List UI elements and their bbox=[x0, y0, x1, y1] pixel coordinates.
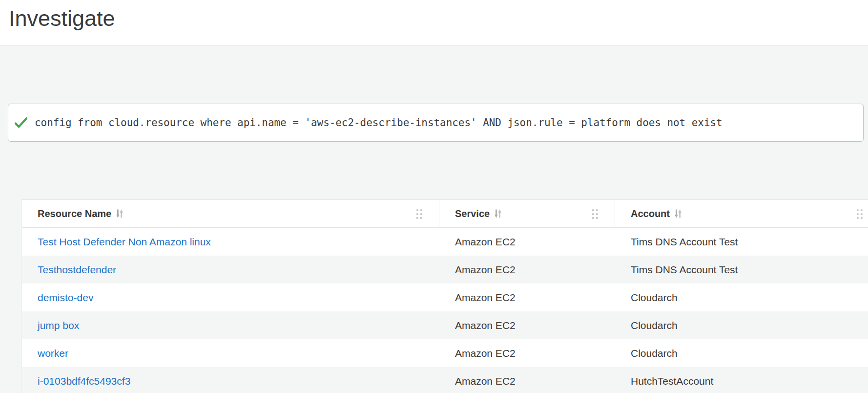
table-body: Test Host Defender Non Amazon linux Amaz… bbox=[22, 228, 868, 393]
sort-icon[interactable] bbox=[495, 209, 501, 218]
resource-name-cell: Test Host Defender Non Amazon linux bbox=[22, 228, 439, 256]
resource-link[interactable]: demisto-dev bbox=[38, 292, 93, 304]
page-header: Investigate bbox=[0, 0, 868, 46]
resource-name-cell: worker bbox=[22, 339, 439, 367]
resource-link[interactable]: Test Host Defender Non Amazon linux bbox=[38, 236, 211, 248]
column-label: Resource Name bbox=[38, 208, 111, 219]
account-cell: Cloudarch bbox=[615, 339, 868, 367]
table-header-row: Resource Name bbox=[22, 200, 868, 228]
resource-name-cell: i-0103bdf4fc5493cf3 bbox=[22, 367, 439, 393]
sort-icon[interactable] bbox=[675, 209, 682, 218]
column-header-resource-name[interactable]: Resource Name bbox=[22, 200, 439, 227]
column-label: Account bbox=[631, 208, 670, 219]
page-title: Investigate bbox=[9, 7, 115, 30]
query-text[interactable]: config from cloud.resource where api.nam… bbox=[35, 117, 723, 129]
table-row: i-0103bdf4fc5493cf3 Amazon EC2 HutchTest… bbox=[22, 367, 868, 393]
query-input[interactable]: config from cloud.resource where api.nam… bbox=[8, 104, 864, 142]
column-label: Service bbox=[455, 208, 490, 219]
column-drag-handle-icon[interactable] bbox=[592, 209, 598, 219]
resource-name-cell: demisto-dev bbox=[22, 284, 439, 311]
account-cell: HutchTestAccount bbox=[615, 367, 868, 393]
results-table: Resource Name bbox=[21, 199, 868, 393]
resource-link[interactable]: worker bbox=[38, 348, 68, 359]
resource-link[interactable]: jump box bbox=[38, 320, 79, 331]
table-row: Test Host Defender Non Amazon linux Amaz… bbox=[22, 228, 868, 256]
column-header-service[interactable]: Service bbox=[439, 200, 615, 227]
account-cell: Tims DNS Account Test bbox=[615, 228, 868, 256]
investigate-page: Investigate config from cloud.resource w… bbox=[0, 0, 868, 393]
table-row: demisto-dev Amazon EC2 Cloudarch bbox=[22, 284, 868, 311]
service-cell: Amazon EC2 bbox=[439, 228, 615, 256]
column-drag-handle-icon[interactable] bbox=[416, 209, 422, 219]
service-cell: Amazon EC2 bbox=[439, 367, 615, 393]
resource-name-cell: jump box bbox=[22, 311, 439, 339]
column-header-account[interactable]: Account bbox=[615, 200, 868, 227]
account-cell: Tims DNS Account Test bbox=[615, 256, 868, 284]
resource-link[interactable]: Testhostdefender bbox=[38, 264, 116, 276]
table-row: Testhostdefender Amazon EC2 Tims DNS Acc… bbox=[22, 256, 868, 284]
table-row: jump box Amazon EC2 Cloudarch bbox=[22, 311, 868, 339]
service-cell: Amazon EC2 bbox=[439, 256, 615, 284]
table-scroll-content: Resource Name bbox=[22, 200, 868, 393]
table-row: worker Amazon EC2 Cloudarch bbox=[22, 339, 868, 367]
resource-link[interactable]: i-0103bdf4fc5493cf3 bbox=[38, 375, 130, 387]
service-cell: Amazon EC2 bbox=[439, 311, 615, 339]
sort-icon[interactable] bbox=[116, 209, 123, 218]
column-drag-handle-icon[interactable] bbox=[857, 209, 863, 219]
account-cell: Cloudarch bbox=[615, 311, 868, 339]
service-cell: Amazon EC2 bbox=[439, 284, 615, 311]
service-cell: Amazon EC2 bbox=[439, 339, 615, 367]
valid-query-check-icon bbox=[15, 117, 27, 128]
resource-name-cell: Testhostdefender bbox=[22, 256, 439, 284]
account-cell: Cloudarch bbox=[615, 284, 868, 311]
